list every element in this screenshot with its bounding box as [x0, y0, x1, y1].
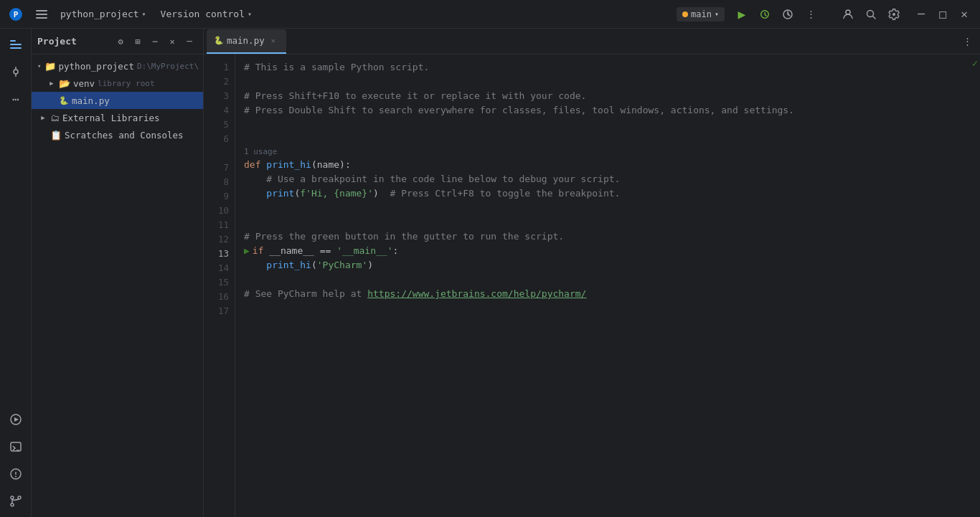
tree-scratches[interactable]: ▶ 📋 Scratches and Consoles: [32, 126, 203, 143]
tree-main-py[interactable]: ▶ 🐍 main.py: [32, 92, 203, 109]
venv-folder-icon: 📂: [59, 78, 70, 89]
tab-close-button[interactable]: ✕: [268, 35, 279, 47]
svg-rect-10: [10, 44, 22, 45]
svg-rect-3: [36, 14, 47, 15]
project-close-icon[interactable]: ✕: [164, 34, 180, 49]
venv-sublabel: library root: [98, 79, 154, 88]
tab-bar: 🐍 main.py ✕ ⋮: [204, 29, 980, 54]
code-line-17: [244, 301, 961, 316]
line-7-usage: [204, 146, 235, 161]
terminal-icon[interactable]: [3, 434, 29, 460]
scratches-icon: 📋: [50, 130, 62, 141]
project-settings-icon[interactable]: ⚙: [113, 34, 128, 49]
code-line-14: print_hi('PyCharm'): [244, 258, 961, 272]
line-5: 5: [204, 118, 235, 132]
ext-libraries-label: External Libraries: [62, 113, 159, 123]
code-line-6: [244, 132, 961, 146]
run-configuration[interactable]: main ▾: [677, 7, 725, 22]
tree-arrow-project: ▾: [37, 62, 42, 70]
venv-label: venv: [73, 78, 95, 89]
code-editor[interactable]: # This is a sample Python script. # Pres…: [235, 54, 970, 517]
folder-icon: 📁: [44, 61, 56, 72]
svg-text:P: P: [14, 10, 19, 19]
code-line-16: # See PyCharm help at https://www.jetbra…: [244, 287, 961, 301]
profile-coverage-button[interactable]: [776, 4, 799, 24]
line-6: 6: [204, 132, 235, 146]
code-line-13: ▶ if __name__ == '__main__':: [244, 244, 961, 258]
line-1: 1: [204, 60, 235, 75]
project-layout-icon[interactable]: ⊞: [130, 34, 146, 49]
project-root-label: python_project: [59, 61, 134, 72]
line-7: 7: [204, 161, 235, 175]
run-icon[interactable]: [3, 407, 29, 432]
settings-button[interactable]: [882, 4, 905, 24]
svg-rect-9: [10, 40, 16, 42]
more-actions-button[interactable]: ⋮: [799, 4, 822, 24]
config-chevron-icon: ▾: [715, 10, 719, 18]
main-layout: ⋯: [0, 29, 980, 517]
minimize-button[interactable]: ─: [911, 6, 931, 23]
code-line-3: # Press Shift+F10 to execute it or repla…: [244, 89, 961, 103]
vcs-chevron-icon: ▾: [248, 10, 252, 18]
svg-point-21: [15, 476, 17, 478]
tab-py-icon: 🐍: [214, 36, 224, 45]
svg-point-24: [11, 503, 14, 506]
tab-more-button[interactable]: ⋮: [957, 32, 977, 52]
svg-rect-17: [11, 442, 21, 451]
code-line-11: [244, 215, 961, 229]
line-3: 3: [204, 89, 235, 103]
code-usage-hint: 1 usage: [244, 146, 961, 158]
left-toolbar: ⋯: [0, 29, 32, 517]
run-config-label: main: [691, 9, 712, 19]
project-view-icon[interactable]: [3, 32, 29, 57]
svg-line-8: [873, 16, 875, 19]
maximize-button[interactable]: □: [933, 6, 953, 23]
tree-arrow-venv: ▶: [47, 80, 56, 87]
git-icon[interactable]: [3, 488, 29, 514]
more-tools-icon[interactable]: ⋯: [3, 86, 29, 112]
debug-button[interactable]: [753, 4, 776, 24]
line-15: 15: [204, 275, 235, 290]
svg-point-23: [18, 496, 21, 499]
config-dot: [682, 11, 688, 17]
tree-venv[interactable]: ▶ 📂 venv library root: [32, 75, 203, 92]
right-gutter: ✓: [970, 54, 980, 517]
app-logo: P: [6, 4, 26, 24]
ext-libraries-icon: 🗂: [50, 113, 60, 123]
svg-rect-11: [10, 47, 22, 49]
project-name-button[interactable]: python_project ▾: [56, 7, 151, 21]
project-panel-title[interactable]: Project: [37, 36, 113, 47]
file-tree: ▾ 📁 python_project D:\MyProject\ ▶ 📂 ven…: [32, 54, 203, 517]
close-button[interactable]: ✕: [954, 6, 974, 23]
code-line-1: # This is a sample Python script.: [244, 60, 961, 75]
line-16: 16: [204, 290, 235, 304]
commit-icon[interactable]: [3, 59, 29, 85]
project-more-icon[interactable]: ⋯: [147, 34, 163, 49]
titlebar: P python_project ▾ Version control ▾ mai…: [0, 0, 980, 29]
line-numbers: 1 2 3 4 5 6 7 8 9 10 11 12 13 14 15 16 1…: [204, 54, 235, 517]
tree-root-project[interactable]: ▾ 📁 python_project D:\MyProject\: [32, 57, 203, 75]
line-2: 2: [204, 75, 235, 89]
code-line-12: # Press the green button in the gutter t…: [244, 229, 961, 244]
run-button[interactable]: ▶: [730, 4, 753, 24]
tree-external-libs[interactable]: ▶ 🗂 External Libraries: [32, 109, 203, 126]
vcs-button[interactable]: Version control ▾: [156, 7, 256, 21]
project-collapse-icon[interactable]: ─: [182, 34, 197, 49]
tab-main-py[interactable]: 🐍 main.py ✕: [207, 29, 286, 54]
window-controls: ─ □ ✕: [911, 6, 974, 23]
editor-content[interactable]: 1 2 3 4 5 6 7 8 9 10 11 12 13 14 15 16 1…: [204, 54, 980, 517]
vcs-label: Version control: [161, 9, 245, 19]
search-button[interactable]: [859, 4, 882, 24]
hamburger-menu[interactable]: [32, 4, 52, 24]
svg-rect-2: [36, 10, 47, 11]
line-10: 10: [204, 204, 235, 218]
svg-point-22: [11, 496, 14, 499]
svg-marker-16: [14, 417, 19, 422]
editor-area: 🐍 main.py ✕ ⋮ 1 2 3 4 5 6 7 8 9 10 11: [204, 29, 980, 517]
code-line-4: # Press Double Shift to search everywher…: [244, 103, 961, 118]
profile-button[interactable]: [837, 4, 859, 24]
svg-rect-4: [36, 17, 47, 19]
line-9: 9: [204, 189, 235, 204]
code-line-10: [244, 201, 961, 215]
problems-icon[interactable]: [3, 461, 29, 487]
